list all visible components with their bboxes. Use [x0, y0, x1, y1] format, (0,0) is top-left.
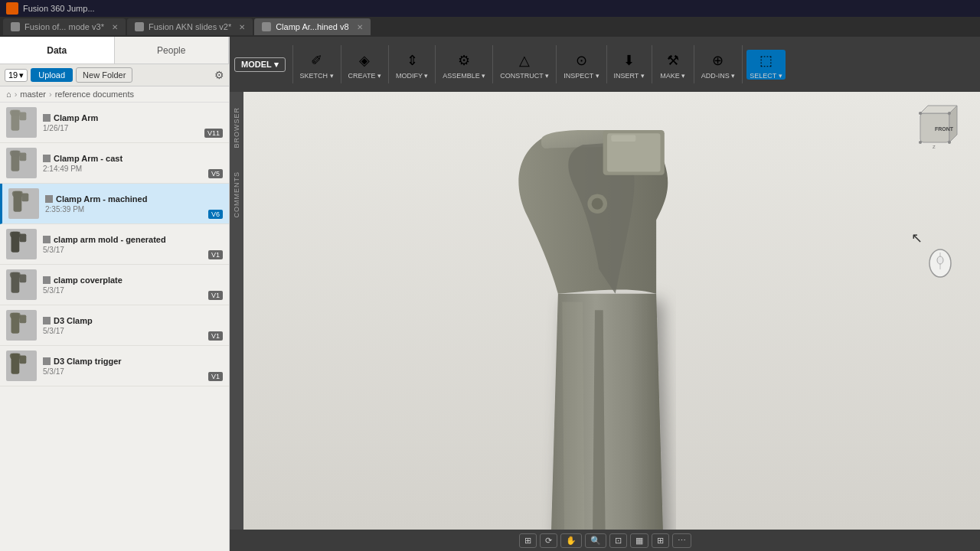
file-date: 2:14:49 PM	[43, 165, 202, 173]
breadcrumb-branch[interactable]: master	[20, 90, 46, 99]
file-date: 1/26/17	[43, 124, 198, 132]
toolbar-label-construct: CONSTRUCT ▾	[500, 72, 549, 80]
svg-rect-5	[21, 194, 28, 202]
side-panel-browser[interactable]: BROWSER	[233, 107, 240, 148]
tab-label: Clamp Ar...hined v8	[276, 22, 348, 31]
toolbar-label-modify: MODIFY ▾	[396, 72, 428, 80]
toolbar-modify[interactable]: ⇕ MODIFY ▾	[393, 50, 431, 80]
file-item-f6[interactable]: D3 Clamp 5/3/17 V1	[0, 305, 229, 346]
toolbar-construct[interactable]: △ CONSTRUCT ▾	[497, 50, 552, 80]
tab-close[interactable]: ✕	[239, 23, 245, 31]
svg-rect-7	[19, 234, 26, 243]
tab-icon	[11, 22, 20, 31]
file-name: D3 Clamp trigger	[43, 357, 202, 366]
upload-button[interactable]: Upload	[31, 68, 73, 82]
toolbar-icon-construct: △	[514, 50, 535, 71]
svg-rect-9	[19, 275, 26, 283]
file-item-f3[interactable]: Clamp Arm - machined 2:35:39 PM V6	[0, 184, 229, 224]
tab-icon	[262, 22, 271, 31]
toolbar-assemble[interactable]: ⚙ ASSEMBLE ▾	[439, 50, 488, 80]
svg-rect-17	[611, 135, 635, 142]
file-name: Clamp Arm - cast	[43, 154, 202, 163]
toolbar-inspect[interactable]: ⊙ INSPECT ▾	[560, 50, 602, 80]
toolbar-label-sketch: SKETCH ▾	[300, 72, 334, 80]
right-area: MODEL ▾ ✐ SKETCH ▾ ◈ CREATE ▾ ⇕ MODIFY ▾…	[230, 37, 980, 551]
file-item-f1[interactable]: Clamp Arm 1/26/17 V11	[0, 103, 229, 143]
tab-tab1[interactable]: Fusion of... mode v3* ✕	[3, 18, 126, 35]
file-name: D3 Clamp	[43, 316, 202, 325]
file-list: Clamp Arm 1/26/17 V11 Clamp Arm - cast 2…	[0, 103, 229, 551]
svg-rect-11	[19, 315, 26, 324]
file-item-f5[interactable]: clamp coverplate 5/3/17 V1	[0, 265, 229, 305]
side-panel: BROWSERCOMMENTS	[230, 92, 243, 530]
file-type-icon	[43, 114, 51, 122]
side-panel-comments[interactable]: COMMENTS	[233, 171, 240, 218]
svg-point-31	[937, 256, 943, 264]
toolbar-icon-select: ⬚	[755, 50, 776, 71]
file-item-f7[interactable]: D3 Clamp trigger 5/3/17 V1	[0, 346, 229, 386]
svg-point-28	[948, 141, 951, 144]
toolbar-create[interactable]: ◈ CREATE ▾	[345, 50, 384, 80]
file-type-icon	[43, 317, 51, 324]
toolbar-insert[interactable]: ⬇ INSERT ▾	[611, 50, 648, 80]
bottom-btn-zoomfit[interactable]: ⊡	[609, 533, 627, 548]
bottom-btn-grid[interactable]: ⊞	[519, 533, 537, 548]
file-info: D3 Clamp trigger 5/3/17	[43, 357, 202, 376]
tab-close[interactable]: ✕	[112, 23, 118, 31]
panel-tab-data[interactable]: Data	[0, 37, 115, 64]
toolbar-icon-modify: ⇕	[401, 50, 423, 71]
version-badge: V5	[208, 169, 223, 178]
svg-point-26	[948, 112, 951, 115]
toolbar-label-make: MAKE ▾	[660, 72, 685, 80]
file-type-icon	[43, 155, 51, 162]
toolbar-make[interactable]: ⚒ MAKE ▾	[656, 50, 690, 80]
bottom-btn-display3[interactable]: ⋯	[672, 533, 691, 548]
version-chevron: ▾	[19, 70, 24, 80]
toolbar-label-create: CREATE ▾	[348, 72, 381, 80]
toolbar-label-assemble: ASSEMBLE ▾	[443, 72, 485, 80]
svg-text:Z: Z	[933, 145, 936, 149]
toolbar-sketch[interactable]: ✐ SKETCH ▾	[297, 50, 337, 80]
toolbar-icon-assemble: ⚙	[453, 50, 475, 71]
version-selector[interactable]: 19 ▾	[5, 69, 28, 82]
settings-icon[interactable]: ⚙	[214, 69, 224, 81]
tab-close[interactable]: ✕	[357, 23, 363, 31]
bottom-btn-zoom[interactable]: 🔍	[585, 533, 606, 548]
file-thumb	[6, 107, 37, 138]
viewport-with-side: BROWSERCOMMENTS	[230, 92, 980, 530]
tab-tab2[interactable]: Fusion AKN slides v2* ✕	[127, 18, 253, 35]
file-date: 5/3/17	[43, 246, 202, 254]
version-number: 19	[8, 70, 18, 80]
model-label[interactable]: MODEL ▾	[234, 57, 286, 72]
cursor: ↖	[911, 230, 923, 246]
breadcrumb-sep1: ›	[15, 90, 18, 99]
file-item-f4[interactable]: clamp arm mold - generated 5/3/17 V1	[0, 224, 229, 265]
toolbar-icon-insert: ⬇	[619, 50, 640, 71]
3d-model	[397, 130, 818, 530]
svg-point-25	[919, 112, 922, 115]
viewport[interactable]: FRONT Z	[243, 92, 980, 530]
toolbar-icon-sketch: ✐	[306, 50, 328, 71]
file-type-icon	[43, 276, 51, 284]
toolbar-icon-make: ⚒	[662, 50, 684, 71]
bottom-btn-orbit[interactable]: ⟳	[540, 533, 557, 548]
viewcube[interactable]: FRONT Z	[911, 99, 965, 153]
tab-tab3[interactable]: Clamp Ar...hined v8 ✕	[254, 18, 370, 35]
breadcrumb-folder[interactable]: reference documents	[55, 90, 134, 99]
file-info: Clamp Arm 1/26/17	[43, 113, 198, 132]
bottom-btn-display[interactable]: ▦	[630, 533, 648, 548]
breadcrumb-home[interactable]: ⌂	[6, 90, 11, 99]
svg-point-27	[919, 141, 922, 144]
toolbar-select[interactable]: ⬚ SELECT ▾	[746, 50, 785, 80]
panel-tab-people[interactable]: People	[115, 37, 230, 64]
new-folder-button[interactable]: New Folder	[76, 67, 132, 83]
file-thumb	[6, 310, 37, 341]
file-item-f2[interactable]: Clamp Arm - cast 2:14:49 PM V5	[0, 143, 229, 184]
toolbar-addons[interactable]: ⊕ ADD-INS ▾	[698, 50, 739, 80]
bottom-btn-display2[interactable]: ⊞	[652, 533, 669, 548]
tab-bar: Fusion of... mode v3* ✕ Fusion AKN slide…	[0, 17, 980, 37]
app-title: Fusion 360 Jump...	[23, 4, 95, 13]
file-info: clamp arm mold - generated 5/3/17	[43, 235, 202, 254]
file-date: 5/3/17	[43, 327, 202, 335]
bottom-btn-pan[interactable]: ✋	[560, 533, 582, 548]
